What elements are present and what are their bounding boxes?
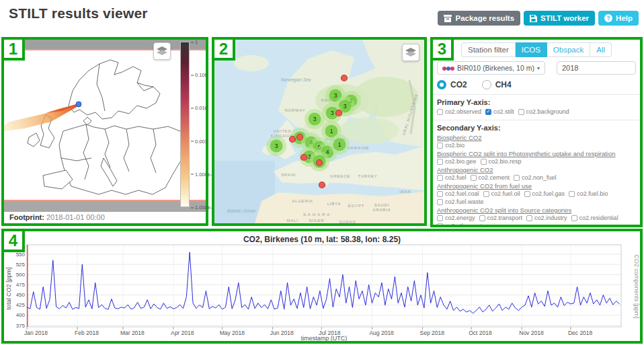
footprint-map-panel: 1 xyxy=(1,37,208,226)
checkbox-co2.fuel.coal[interactable]: co2.fuel.coal xyxy=(437,190,479,197)
checkbox-co2.bio.gee[interactable]: co2.bio.gee xyxy=(437,158,477,165)
station-marker[interactable] xyxy=(341,75,348,81)
checkbox-label: co2.background xyxy=(526,108,569,115)
checkbox-label: co2.observed xyxy=(445,108,481,115)
station-marker[interactable] xyxy=(319,182,325,188)
checkbox-co2.industry[interactable]: co2.industry xyxy=(526,215,567,221)
y-axis-label-left: total CO2 [ppm] xyxy=(5,267,12,309)
checkbox-co2.bio[interactable]: co2.bio xyxy=(437,142,465,149)
secondary-yaxis-sections: Biospheric CO2co2.bioBiospheric CO2 spli… xyxy=(437,134,636,227)
timeseries-panel: 4 CO2, Birkenes (10 m, lat: 58.38, lon: … xyxy=(1,229,643,344)
checkbox-co2.residential[interactable]: co2.residential xyxy=(571,215,618,221)
secondary-group-link[interactable]: Biospheric CO2 split into Photosynthetic… xyxy=(437,150,636,157)
radio-co2-label: CO2 xyxy=(450,80,467,89)
colorbar-tick: 0.001 xyxy=(191,138,208,144)
country-label: NIGER xyxy=(309,219,324,223)
map-edge-bottom xyxy=(4,200,206,212)
radio-ch4[interactable]: CH4 xyxy=(482,80,512,89)
checkbox-co2.background[interactable]: co2.background xyxy=(518,108,569,115)
package-results-button[interactable]: Package results xyxy=(438,11,520,26)
cluster-marker[interactable]: 1 xyxy=(329,135,350,155)
checkbox-co2.energy[interactable]: co2.energy xyxy=(437,215,475,221)
annotation-badge-2: 2 xyxy=(212,37,235,61)
annotation-badge-3: 3 xyxy=(430,37,454,61)
timeseries-chart[interactable]: 375400425450475500525550Jan 2018Feb 2018… xyxy=(4,231,640,341)
station-marker[interactable] xyxy=(336,110,342,116)
secondary-group-link[interactable]: Anthropogenic CO2 split into Source cate… xyxy=(437,206,636,214)
tab-icos[interactable]: ICOS xyxy=(516,42,547,57)
checkbox-co2.fuel.oil[interactable]: co2.fuel.oil xyxy=(483,190,520,197)
station-marker[interactable] xyxy=(290,137,296,143)
checkbox-co2.non_fuel[interactable]: co2.non_fuel xyxy=(514,174,557,181)
cluster-count: 3 xyxy=(334,92,337,99)
x-tick-label: Dec 2018 xyxy=(568,330,593,336)
checkbox-box xyxy=(471,175,477,181)
checkbox-box xyxy=(437,199,443,205)
checkbox-label: co2.other_categories xyxy=(445,223,501,227)
footprint-footer: Footprint: 2018-01-01 00:00 xyxy=(4,212,206,223)
station-filter-label: Station filter xyxy=(461,42,516,57)
checkbox-co2.fuel.gas[interactable]: co2.fuel.gas xyxy=(524,190,565,197)
cluster-count: 1 xyxy=(338,141,341,148)
secondary-group-link[interactable]: Anthropogenic CO2 xyxy=(437,166,636,174)
radio-ch4-label: CH4 xyxy=(495,80,512,89)
country-label: MALI xyxy=(286,219,298,223)
station-select[interactable]: BIR010 (Birkenes, 10 m) ▾ xyxy=(437,61,545,75)
checkbox-box xyxy=(437,109,443,115)
station-map-panel: 2 Norwegian SeaAtlantic OceanNORWAYSWEDE… xyxy=(212,37,427,226)
checkbox-co2.bio.resp[interactable]: co2.bio.resp xyxy=(481,158,522,165)
help-button[interactable]: ? Help xyxy=(598,11,639,26)
checkbox-co2.fuel.bio[interactable]: co2.fuel.bio xyxy=(569,190,608,197)
checkbox-label: co2.cement xyxy=(479,174,510,181)
checkbox-co2.transport[interactable]: co2.transport xyxy=(479,215,523,221)
layers-icon xyxy=(157,46,167,56)
station-marker[interactable] xyxy=(301,155,307,161)
secondary-group-link[interactable]: Anthropogenic CO2 from fuel use xyxy=(437,182,636,190)
country-label: TURKEY xyxy=(358,174,377,178)
checkbox-co2.fuel.waste[interactable]: co2.fuel.waste xyxy=(437,198,484,205)
cluster-marker[interactable]: 3 xyxy=(305,109,325,129)
checkbox-co2.fuel[interactable]: co2.fuel xyxy=(437,174,467,181)
archive-icon xyxy=(444,15,452,22)
footprint-map[interactable] xyxy=(4,52,206,200)
cluster-count: 3 xyxy=(275,143,278,149)
checkbox-label: co2.fuel.bio xyxy=(577,190,608,197)
stilt-worker-button[interactable]: STILT worker xyxy=(524,11,595,26)
cluster-marker[interactable]: 3 xyxy=(266,136,286,156)
checkbox-label: co2.fuel.coal xyxy=(445,190,479,197)
checkbox-label: co2.bio xyxy=(445,142,465,149)
x-tick-label: Sep 2018 xyxy=(420,330,445,336)
map-edge-top xyxy=(4,40,206,50)
checkbox-co2.observed[interactable]: co2.observed xyxy=(437,108,481,115)
country-label: UNITED xyxy=(273,129,291,133)
station-marker[interactable] xyxy=(317,160,323,166)
annotation-badge-1: 1 xyxy=(1,37,25,61)
tab-all[interactable]: All xyxy=(590,42,612,57)
station-map[interactable]: Norwegian SeaAtlantic OceanNORWAYSWEDENU… xyxy=(214,40,424,223)
radio-co2[interactable]: CO2 xyxy=(437,80,467,89)
tab-obspack[interactable]: Obspack xyxy=(547,42,590,57)
checkbox-box xyxy=(437,175,443,181)
checkbox-box xyxy=(437,223,443,228)
species-radios: CO2 CH4 xyxy=(437,80,636,89)
cluster-count: 1 xyxy=(330,128,333,135)
station-marker[interactable] xyxy=(297,135,303,141)
help-label: Help xyxy=(616,14,633,22)
year-input[interactable]: 2018 xyxy=(557,61,636,75)
footprint-timestamp: 2018-01-01 00:00 xyxy=(46,213,105,221)
co2-stilt-line xyxy=(27,252,620,313)
layers-control[interactable] xyxy=(402,44,419,61)
y-tick-label: 375 xyxy=(16,323,26,329)
checkbox-label: co2.fuel xyxy=(445,174,467,181)
checkbox-co2.other_categories[interactable]: co2.other_categories xyxy=(437,223,501,227)
checkbox-co2.cement[interactable]: co2.cement xyxy=(471,174,510,181)
station-marker-birkenes[interactable] xyxy=(76,102,81,107)
checkbox-co2.stilt[interactable]: ✓co2.stilt xyxy=(485,108,514,115)
cluster-count: 3 xyxy=(344,103,347,110)
y-tick-label: 475 xyxy=(16,282,26,288)
country-label: UKRAINE xyxy=(348,146,369,150)
secondary-group-link[interactable]: Biospheric CO2 xyxy=(437,134,636,141)
checkbox-box xyxy=(483,191,489,197)
layers-control[interactable] xyxy=(153,42,171,60)
x-tick-label: Jun 2018 xyxy=(270,330,294,336)
